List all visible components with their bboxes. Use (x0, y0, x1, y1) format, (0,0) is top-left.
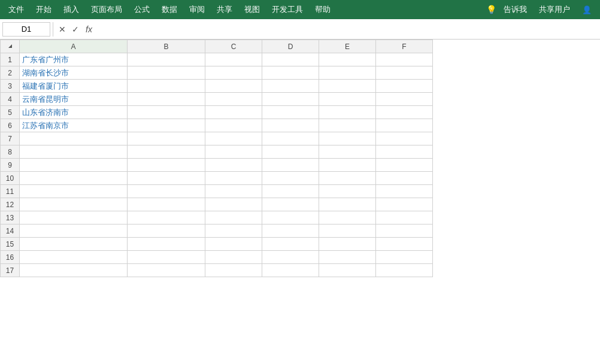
cell-B2[interactable] (128, 66, 205, 80)
menu-item-开发工具[interactable]: 开发工具 (266, 2, 309, 17)
cell-E10[interactable] (319, 172, 376, 185)
cell-B3[interactable] (128, 80, 205, 93)
cell-B17[interactable] (128, 264, 205, 277)
cell-F12[interactable] (376, 198, 433, 211)
menu-right-item-0[interactable]: 告诉我 (498, 2, 533, 17)
row-header-14[interactable]: 14 (1, 225, 20, 238)
cell-E5[interactable] (319, 106, 376, 119)
cell-F5[interactable] (376, 106, 433, 119)
cell-F1[interactable] (376, 53, 433, 66)
col-header-A[interactable]: A (20, 40, 128, 53)
cell-A4[interactable]: 云南省昆明市 (20, 93, 128, 106)
cell-F17[interactable] (376, 264, 433, 277)
cell-E12[interactable] (319, 198, 376, 211)
cell-C12[interactable] (205, 198, 262, 211)
cell-C14[interactable] (205, 225, 262, 238)
cell-F15[interactable] (376, 238, 433, 251)
menu-item-开始[interactable]: 开始 (30, 2, 57, 17)
cell-F4[interactable] (376, 93, 433, 106)
cell-E11[interactable] (319, 185, 376, 198)
menu-item-插入[interactable]: 插入 (57, 2, 85, 17)
cell-A12[interactable] (20, 198, 128, 211)
row-header-10[interactable]: 10 (1, 172, 20, 185)
row-header-5[interactable]: 5 (1, 106, 20, 119)
cell-B6[interactable] (128, 119, 205, 132)
cell-B1[interactable] (128, 53, 205, 66)
cell-E2[interactable] (319, 66, 376, 80)
cell-C1[interactable] (205, 53, 262, 66)
row-header-6[interactable]: 6 (1, 119, 20, 132)
cell-A6[interactable]: 江苏省南京市 (20, 119, 128, 132)
row-header-8[interactable]: 8 (1, 145, 20, 159)
cell-B9[interactable] (128, 159, 205, 172)
cell-E17[interactable] (319, 264, 376, 277)
cell-D7[interactable] (262, 132, 319, 145)
cell-F7[interactable] (376, 132, 433, 145)
cell-C13[interactable] (205, 211, 262, 225)
cell-A10[interactable] (20, 172, 128, 185)
cell-B16[interactable] (128, 251, 205, 264)
cell-C4[interactable] (205, 93, 262, 106)
menu-right-item-1[interactable]: 共享用户 (533, 2, 576, 17)
cell-E1[interactable] (319, 53, 376, 66)
cell-C6[interactable] (205, 119, 262, 132)
row-header-17[interactable]: 17 (1, 264, 20, 277)
row-header-13[interactable]: 13 (1, 211, 20, 225)
row-header-9[interactable]: 9 (1, 159, 20, 172)
cell-F13[interactable] (376, 211, 433, 225)
cell-A9[interactable] (20, 159, 128, 172)
menu-item-数据[interactable]: 数据 (156, 2, 183, 17)
cell-A11[interactable] (20, 185, 128, 198)
cell-F10[interactable] (376, 172, 433, 185)
row-header-3[interactable]: 3 (1, 80, 20, 93)
cell-B15[interactable] (128, 238, 205, 251)
menu-item-文件[interactable]: 文件 (2, 2, 30, 17)
cell-C9[interactable] (205, 159, 262, 172)
cell-A8[interactable] (20, 145, 128, 159)
cell-B11[interactable] (128, 185, 205, 198)
cell-D5[interactable] (262, 106, 319, 119)
cell-E8[interactable] (319, 145, 376, 159)
row-header-4[interactable]: 4 (1, 93, 20, 106)
cell-D13[interactable] (262, 211, 319, 225)
cell-D11[interactable] (262, 185, 319, 198)
cell-B13[interactable] (128, 211, 205, 225)
cell-E13[interactable] (319, 211, 376, 225)
cell-E4[interactable] (319, 93, 376, 106)
cell-F9[interactable] (376, 159, 433, 172)
cell-F14[interactable] (376, 225, 433, 238)
cell-reference-box[interactable] (2, 22, 50, 37)
cell-E14[interactable] (319, 225, 376, 238)
cell-D9[interactable] (262, 159, 319, 172)
cell-A1[interactable]: 广东省广州市 (20, 53, 128, 66)
cell-C16[interactable] (205, 251, 262, 264)
col-header-E[interactable]: E (319, 40, 376, 53)
cell-F3[interactable] (376, 80, 433, 93)
menu-item-共享[interactable]: 共享 (211, 2, 238, 17)
row-header-2[interactable]: 2 (1, 66, 20, 80)
cell-D1[interactable] (262, 53, 319, 66)
confirm-button[interactable]: ✓ (69, 23, 82, 36)
menu-item-视图[interactable]: 视图 (238, 2, 266, 17)
user-icon[interactable]: 👤 (576, 3, 598, 17)
cell-A15[interactable] (20, 238, 128, 251)
cell-E6[interactable] (319, 119, 376, 132)
cell-D12[interactable] (262, 198, 319, 211)
cell-D3[interactable] (262, 80, 319, 93)
cell-A17[interactable] (20, 264, 128, 277)
cell-B12[interactable] (128, 198, 205, 211)
cell-B14[interactable] (128, 225, 205, 238)
cell-C2[interactable] (205, 66, 262, 80)
row-header-7[interactable]: 7 (1, 132, 20, 145)
grid-container[interactable]: ABCDEF 1广东省广州市2湖南省长沙市3福建省厦门市4云南省昆明市5山东省济… (0, 40, 600, 364)
menu-item-审阅[interactable]: 审阅 (183, 2, 211, 17)
cell-B4[interactable] (128, 93, 205, 106)
cell-D14[interactable] (262, 225, 319, 238)
cell-D8[interactable] (262, 145, 319, 159)
col-header-D[interactable]: D (262, 40, 319, 53)
cell-F8[interactable] (376, 145, 433, 159)
cell-D6[interactable] (262, 119, 319, 132)
cell-D10[interactable] (262, 172, 319, 185)
cell-D4[interactable] (262, 93, 319, 106)
cell-E16[interactable] (319, 251, 376, 264)
